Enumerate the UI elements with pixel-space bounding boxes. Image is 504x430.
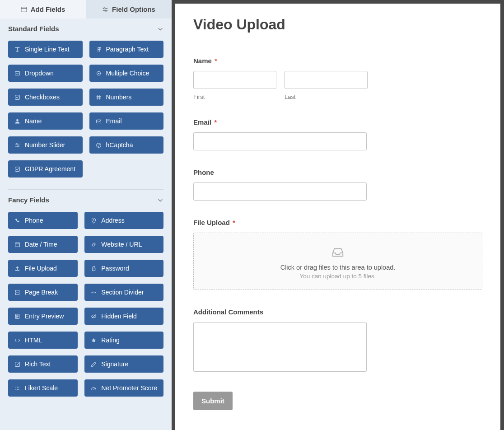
paragraph-icon [96, 47, 102, 52]
field-btn-label: Section Divider [101, 289, 144, 296]
field-btn-dropdown[interactable]: Dropdown [8, 65, 83, 82]
field-btn-entry-preview[interactable]: Entry Preview [8, 308, 78, 325]
dropdown-icon [14, 70, 20, 76]
svg-point-25 [17, 387, 18, 388]
pin-icon [91, 218, 97, 224]
section-title: Fancy Fields [8, 196, 49, 204]
field-btn-label: Hidden Field [101, 313, 137, 320]
field-btn-signature[interactable]: Signature [84, 355, 163, 373]
last-name-input[interactable] [285, 71, 368, 89]
required-asterisk: * [233, 219, 235, 226]
calendar-icon [14, 242, 20, 248]
field-btn-password[interactable]: Password [84, 260, 163, 277]
field-btn-html[interactable]: HTML [8, 332, 78, 349]
comments-textarea[interactable] [193, 322, 367, 372]
field-btn-date-time[interactable]: Date / Time [8, 236, 78, 253]
field-btn-name[interactable]: Name [8, 112, 83, 130]
window-icon [21, 6, 27, 13]
field-btn-checkboxes[interactable]: Checkboxes [8, 89, 83, 106]
upload-icon [14, 266, 20, 271]
field-btn-address[interactable]: Address [84, 212, 163, 229]
field-btn-label: Likert Scale [25, 384, 58, 392]
field-btn-label: Website / URL [101, 241, 142, 248]
field-btn-website-url[interactable]: Website / URL [84, 236, 163, 253]
field-btn-file-upload[interactable]: File Upload [8, 260, 78, 277]
field-btn-label: Number Slider [25, 141, 65, 149]
field-btn-label: Address [101, 217, 124, 224]
eye-off-icon [91, 313, 97, 319]
field-btn-phone[interactable]: Phone [8, 212, 78, 229]
standard-fields-grid: Single Line TextParagraph TextDropdownMu… [0, 37, 172, 186]
field-email[interactable]: Email * [193, 118, 482, 150]
svg-point-15 [98, 146, 98, 146]
svg-point-13 [18, 145, 19, 147]
first-name-input[interactable] [193, 71, 276, 89]
field-label: Additional Comments [193, 308, 482, 316]
chevron-down-icon [157, 26, 163, 32]
field-btn-label: File Upload [25, 265, 57, 272]
dropzone-subtext: You can upload up to 5 files. [203, 273, 473, 280]
field-btn-gdpr-agreement[interactable]: GDPR Agreement [8, 160, 83, 178]
field-btn-numbers[interactable]: Numbers [89, 89, 164, 106]
svg-rect-20 [15, 290, 19, 292]
question-icon [96, 142, 102, 148]
lock-icon [91, 266, 97, 271]
field-phone[interactable]: Phone [193, 168, 482, 201]
file-dropzone[interactable]: Click or drag files to this area to uplo… [193, 233, 482, 290]
form-title: Video Upload [193, 16, 482, 33]
field-btn-paragraph-text[interactable]: Paragraph Text [89, 41, 164, 58]
field-btn-single-line-text[interactable]: Single Line Text [8, 41, 83, 58]
section-fancy-fields[interactable]: Fancy Fields [8, 196, 163, 208]
submit-button[interactable]: Submit [193, 392, 233, 410]
field-btn-hidden-field[interactable]: Hidden Field [84, 308, 163, 325]
tabs: Add Fields Field Options [0, 0, 172, 19]
phone-input[interactable] [193, 182, 367, 201]
field-btn-label: Rich Text [25, 360, 51, 368]
inbox-icon [331, 246, 345, 258]
field-btn-net-promoter-score[interactable]: Net Promoter Score [84, 379, 163, 397]
field-name[interactable]: Name * First Last [193, 57, 482, 100]
email-input[interactable] [193, 132, 367, 150]
tab-field-options[interactable]: Field Options [86, 0, 172, 19]
field-btn-page-break[interactable]: Page Break [8, 284, 78, 301]
tab-label: Field Options [112, 5, 155, 13]
field-btn-email[interactable]: Email [89, 112, 164, 130]
field-btn-hcaptcha[interactable]: hCaptcha [89, 136, 164, 154]
gauge-icon [91, 385, 97, 391]
hash-icon [96, 94, 102, 100]
field-btn-rich-text[interactable]: Rich Text [8, 355, 78, 373]
field-file-upload[interactable]: File Upload * Click or drag files to thi… [193, 219, 482, 290]
field-label: File Upload * [193, 219, 482, 226]
field-btn-rating[interactable]: Rating [84, 332, 163, 349]
required-asterisk: * [214, 118, 217, 126]
section-standard-fields[interactable]: Standard Fields [8, 25, 163, 37]
field-btn-likert-scale[interactable]: Likert Scale [8, 379, 78, 397]
field-btn-label: GDPR Agreement [25, 165, 75, 173]
chevron-down-icon [157, 197, 163, 203]
field-btn-label: Checkboxes [25, 93, 60, 101]
field-label: Phone [193, 168, 482, 176]
field-btn-label: Rating [101, 337, 119, 344]
tab-label: Add Fields [31, 5, 65, 13]
svg-rect-11 [96, 120, 101, 123]
edit-icon [14, 361, 20, 367]
svg-point-4 [104, 7, 105, 9]
check-icon [14, 166, 20, 172]
svg-point-10 [16, 119, 19, 121]
dots-icon [14, 385, 20, 391]
svg-point-27 [15, 388, 16, 389]
svg-rect-18 [15, 243, 20, 247]
svg-point-17 [93, 219, 94, 220]
section-title: Standard Fields [8, 25, 59, 33]
field-btn-multiple-choice[interactable]: Multiple Choice [89, 65, 164, 82]
field-btn-number-slider[interactable]: Number Slider [8, 136, 83, 154]
tab-add-fields[interactable]: Add Fields [0, 0, 86, 19]
svg-point-8 [98, 72, 99, 74]
field-comments[interactable]: Additional Comments [193, 308, 482, 374]
field-btn-section-divider[interactable]: Section Divider [84, 284, 163, 301]
first-sublabel: First [193, 93, 276, 100]
last-sublabel: Last [285, 93, 368, 100]
field-btn-label: Date / Time [25, 241, 57, 248]
sliders-icon [102, 6, 108, 13]
svg-point-5 [105, 10, 107, 11]
